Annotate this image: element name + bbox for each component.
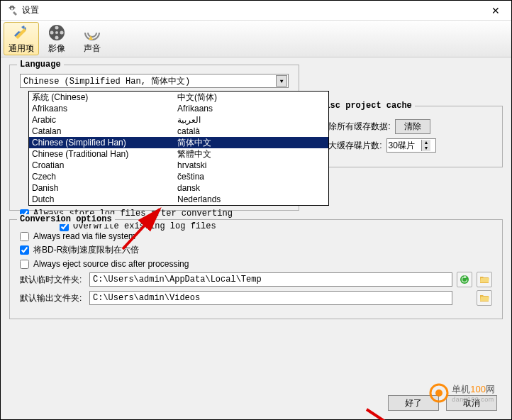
toolbar: 通用项 影像 声音 [1,21,511,57]
language-group: Language Chinese (Simplified Han, 简体中文) … [9,65,299,211]
max-discs-label: 最大缓存碟片数: [320,140,382,152]
svg-point-3 [60,31,64,35]
language-legend: Language [17,60,64,70]
clear-cache-button[interactable]: 清除 [395,119,430,134]
read-fs-checkbox[interactable] [20,232,29,241]
folder-icon [479,293,489,303]
temp-folder-label: 默认临时文件夹: [20,274,85,286]
film-reel-icon [47,23,67,43]
language-option[interactable]: Chinese (Simplified Han)简体中文 [29,137,328,148]
sound-icon [82,23,102,43]
tab-audio[interactable]: 声音 [74,22,110,55]
spinner-up-icon[interactable]: ▲ [422,140,431,145]
language-combo[interactable]: Chinese (Simplified Han, 简体中文) ▼ [20,74,289,88]
output-folder-input[interactable] [89,291,452,305]
read-fs-row[interactable]: Always read via file system [20,231,492,241]
max-discs-spinner[interactable]: ▲▼ [386,138,436,153]
window-title: 设置 [22,4,486,16]
settings-icon [6,5,18,16]
output-folder-label: 默认输出文件夹: [20,292,85,304]
wrench-icon [11,23,31,43]
language-option[interactable]: Catalancatalà [29,126,328,137]
svg-point-6 [55,31,58,34]
browse-temp-button[interactable] [477,272,492,287]
eject-checkbox[interactable] [20,260,29,269]
language-option[interactable]: Danishdansk [29,182,328,194]
disc-cache-legend: Disc project cache [317,101,415,111]
watermark: 单机100网 danji100.com [429,383,495,403]
language-option[interactable]: Czechčeština [29,171,328,182]
tab-general[interactable]: 通用项 [4,22,39,55]
bdr-limit-row[interactable]: 将BD-R刻制速度限制在六倍 [20,244,492,256]
refresh-icon [460,275,469,284]
conversion-legend: Conversion options [17,214,115,224]
svg-point-11 [435,389,443,397]
svg-point-0 [11,7,13,9]
language-option[interactable]: 系统 (Chinese)中文(简体) [29,92,328,103]
watermark-logo-icon [429,383,449,403]
clear-cache-label: 清除所有缓存数据: [320,121,390,133]
language-option[interactable]: Chinese (Traditional Han)繁體中文 [29,148,328,160]
svg-point-2 [55,26,59,30]
language-option[interactable]: DutchNederlands [29,194,328,205]
spinner-down-icon[interactable]: ▼ [422,145,431,151]
titlebar: 设置 ✕ [1,1,511,21]
eject-row[interactable]: Always eject source disc after processin… [20,259,492,269]
language-option[interactable]: AfrikaansAfrikaans [29,103,328,114]
chevron-down-icon[interactable]: ▼ [276,75,287,87]
folder-icon [479,275,489,284]
close-button[interactable]: ✕ [486,5,506,16]
reset-temp-button[interactable] [457,272,472,287]
svg-point-4 [55,36,59,40]
language-option[interactable]: Croatianhrvatski [29,160,328,171]
temp-folder-input[interactable] [89,272,452,287]
bdr-limit-checkbox[interactable] [20,245,29,255]
max-discs-input[interactable] [387,140,421,150]
disc-cache-group: Disc project cache 清除所有缓存数据: 清除 最大缓存碟片数:… [309,106,503,167]
language-dropdown[interactable]: 系统 (Chinese)中文(简体)AfrikaansAfrikaansArab… [28,91,329,206]
svg-point-5 [50,31,54,35]
conversion-options-group: Conversion options Always read via file … [9,219,503,319]
tab-video[interactable]: 影像 [39,22,74,55]
browse-output-button[interactable] [477,290,492,306]
language-option[interactable]: Arabicالعربية [29,114,328,126]
